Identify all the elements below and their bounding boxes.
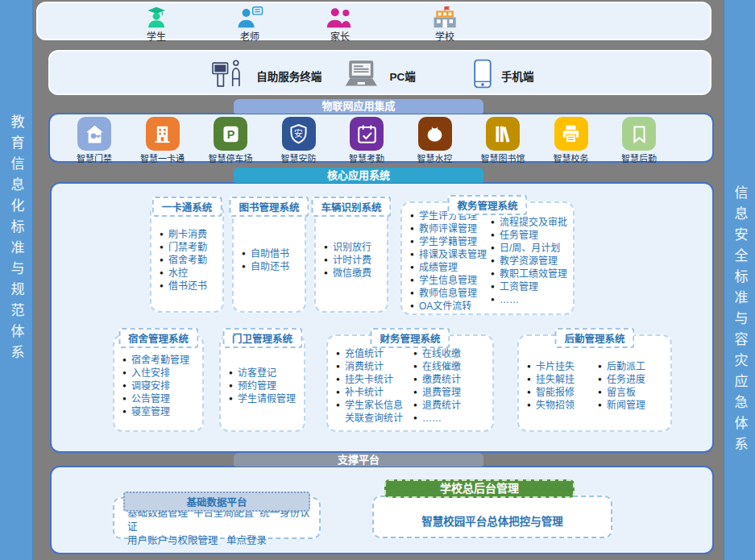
feature-item: ●访客登记 <box>229 367 299 380</box>
feature-item: ●退费管理 <box>413 386 487 399</box>
core-card-columns: ●充值统计●消费统计●挂失卡统计●补卡统计●学生家长信息关联查询统计●在线收缴●… <box>328 336 492 430</box>
bullet-icon: ● <box>242 247 251 260</box>
iot-section: 智慧门禁智慧一卡通P智慧停车场安智慧安防智慧考勤智慧水控智慧图书馆智慧校务智慧后… <box>48 113 714 163</box>
feature-item: ●水控 <box>160 267 218 280</box>
terminals-section: 自助服务终端PC端手机端 <box>48 50 711 95</box>
school-admin-backend-title: 学校总后台管理 <box>384 479 575 498</box>
feature-label: 补卡统计 <box>345 386 384 399</box>
water-control-icon <box>418 117 452 151</box>
left-standards-label: 教育信息化标准与规范体系 <box>6 114 27 366</box>
iot-icon-row: 智慧门禁智慧一卡通P智慧停车场安智慧安防智慧考勤智慧水控智慧图书馆智慧校务智慧后… <box>50 114 712 161</box>
feature-item: ●日/周、月计划 <box>491 242 568 255</box>
core-card-title: 财务管理系统 <box>370 328 450 348</box>
feature-label: 挂失卡统计 <box>345 373 393 386</box>
base-data-platform-title: 基础数据平台 <box>123 492 310 512</box>
right-security-label: 信息安全标准与容灾应急体系 <box>730 185 750 458</box>
school-affairs-icon <box>554 117 588 151</box>
feature-item: ●计时计费 <box>324 254 382 267</box>
bullet-icon: ● <box>413 399 422 412</box>
feature-item: ●宿舍考勤 <box>160 254 218 267</box>
iot-item-3: P智慧停车场 <box>205 117 255 161</box>
bullet-icon: ● <box>527 399 536 412</box>
terminal-label: 手机端 <box>501 68 534 84</box>
iot-item-7: 智慧图书馆 <box>478 117 528 161</box>
bullet-icon: ● <box>410 235 419 248</box>
feature-item: ●教学资源管理 <box>491 255 568 268</box>
core-card-7: 财务管理系统●充值统计●消费统计●挂失卡统计●补卡统计●学生家长信息关联查询统计… <box>326 334 494 432</box>
feature-item: ●门禁考勤 <box>160 241 218 254</box>
feature-label: 教师评课管理 <box>419 222 477 235</box>
feature-label: OA文件流转 <box>419 300 471 313</box>
user-item-3: 家长 <box>312 6 368 43</box>
bullet-icon: ● <box>413 412 422 425</box>
logistics-flag-icon <box>622 117 656 151</box>
feature-item: ●补卡统计 <box>336 386 410 399</box>
iot-item-5: 智慧考勤 <box>342 117 392 161</box>
feature-item: ●入住安排 <box>122 367 197 380</box>
feature-label: 新闻管理 <box>607 399 645 412</box>
iot-label: 智慧一卡通 <box>138 151 188 164</box>
feature-item: ●留言板 <box>598 386 666 399</box>
feature-item: ●借书还书 <box>160 280 218 292</box>
iot-label: 智慧图书馆 <box>478 151 528 164</box>
bullet-icon: ● <box>413 360 422 373</box>
terminal-item-2: PC端 <box>342 59 416 92</box>
feature-item: ●学生请假管理 <box>229 392 299 405</box>
bullet-icon: ● <box>410 287 419 300</box>
core-card-columns: ●访客登记●预约管理●学生请假管理 <box>221 336 304 430</box>
feature-label: 成绩管理 <box>419 261 458 274</box>
svg-text:P: P <box>226 127 234 140</box>
bullet-icon: ● <box>160 241 168 254</box>
feature-item: ●刷卡消费 <box>160 228 218 241</box>
feature-item: ●预约管理 <box>229 380 299 392</box>
bullet-icon: ● <box>122 380 131 392</box>
feature-label: 退费管理 <box>422 386 461 399</box>
core-card-columns: ●宿舍考勤管理●入住安排●调寝安排●公告管理●寝室管理 <box>114 336 202 430</box>
feature-label: 教学资源管理 <box>500 255 558 268</box>
core-card-1: 一卡通系统●刷卡消费●门禁考勤●宿舍考勤●水控●借书还书 <box>150 203 224 313</box>
parking-icon: P <box>214 117 247 151</box>
feature-item: ●工资管理 <box>491 280 568 293</box>
core-card-2: 图书管理系统●自助借书●自助还书 <box>232 203 306 313</box>
feature-item: ●自助还书 <box>242 260 300 273</box>
feature-item: ●在线收缴 <box>413 347 487 360</box>
terminal-label: PC端 <box>390 68 416 84</box>
school-admin-backend-desc: 智慧校园平台总体把控与管理 <box>421 506 563 529</box>
user-label: 学生 <box>128 29 185 43</box>
iot-item-2: 智慧一卡通 <box>138 117 188 161</box>
feature-item: ●学生家长信息关联查询统计 <box>336 399 410 425</box>
feature-label: 退费统计 <box>422 399 461 412</box>
feature-item: ●排课及课表管理 <box>410 248 487 261</box>
bullet-icon: ● <box>527 386 536 399</box>
core-card-title: 教务管理系统 <box>447 195 527 215</box>
feature-label: 宿舍考勤 <box>168 254 207 267</box>
support-section-title: 支撑平台 <box>234 453 483 467</box>
bullet-icon: ● <box>229 367 238 380</box>
core-card-5: 宿舍管理系统●宿舍考勤管理●入住安排●调寝安排●公告管理●寝室管理 <box>113 334 204 432</box>
feature-label: 门禁考勤 <box>168 241 207 254</box>
feature-label: 学生请假管理 <box>238 392 296 405</box>
feature-item: ●教师评课管理 <box>410 222 487 235</box>
security-shield-icon: 安 <box>282 117 316 151</box>
iot-label: 智慧安防 <box>274 151 324 164</box>
bullet-icon: ● <box>336 360 345 373</box>
bullet-icon: ● <box>122 392 131 405</box>
bullet-icon: ● <box>491 255 500 268</box>
feature-label: 水控 <box>168 267 188 280</box>
feature-column: ●卡片挂失●挂失解挂●智能报修●失物招领 <box>527 346 595 425</box>
feature-item: ●调寝安排 <box>122 380 197 392</box>
core-card-title: 车辆识别系统 <box>311 197 391 217</box>
feature-item: ●缴费统计 <box>413 373 487 386</box>
feature-column: ●宿舍考勤管理●入住安排●调寝安排●公告管理●寝室管理 <box>122 346 197 425</box>
users-section: 学生老师家长学校 <box>36 2 711 40</box>
bullet-icon: ● <box>229 380 238 392</box>
feature-label: 学生学籍管理 <box>419 235 477 248</box>
smart-campus-architecture-diagram: 教育信息化标准与规范体系 信息安全标准与容灾应急体系 学生老师家长学校 自助服务… <box>0 0 755 560</box>
bullet-icon: ● <box>491 293 500 306</box>
iot-section-title: 物联网应用集成 <box>234 99 483 114</box>
feature-label: 卡片挂失 <box>536 360 575 373</box>
feature-label: 智能报修 <box>536 386 575 399</box>
feature-label: 排课及课表管理 <box>419 248 487 261</box>
bullet-icon: ● <box>491 280 500 293</box>
user-label: 学校 <box>417 29 473 43</box>
